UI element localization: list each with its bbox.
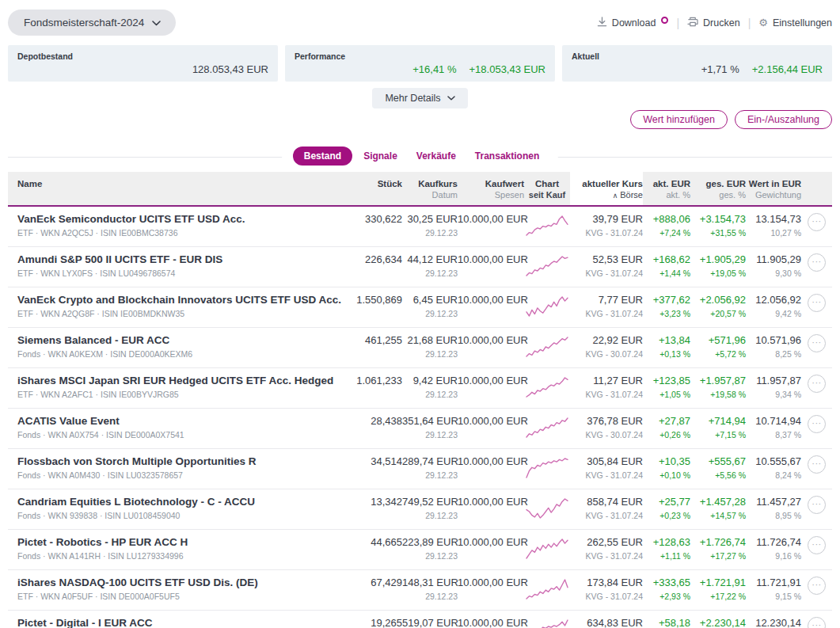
summary-cards: Depotbestand 128.053,43 EUR Performance …	[8, 45, 832, 82]
toolbar-divider: |	[676, 17, 679, 29]
sparkline-chart[interactable]	[525, 253, 569, 280]
fund-name[interactable]: Amundi S&P 500 II UCITS ETF - EUR DIS	[17, 253, 347, 265]
buy-value: 10.000,00 EUR	[458, 334, 524, 346]
download-button[interactable]: Download	[597, 17, 669, 29]
col-aktueller-kurs[interactable]: aktueller Kurs ∧Börse	[570, 172, 643, 205]
sparkline-svg	[525, 578, 569, 600]
row-menu-button[interactable]: ···	[808, 375, 826, 393]
sparkline-chart[interactable]	[525, 577, 569, 603]
menu-dots-icon: ···	[811, 539, 822, 549]
akt-pct: +0,10 %	[643, 470, 690, 480]
akt-eur: +123,85	[643, 375, 690, 386]
row-menu-button[interactable]: ···	[808, 577, 826, 595]
ges-eur: +1.457,28	[690, 496, 746, 508]
fund-name[interactable]: VanEck Semiconductor UCITS ETF USD Acc.	[17, 213, 347, 225]
fund-name[interactable]: iShares NASDAQ-100 UCITS ETF USD Dis. (D…	[17, 577, 347, 588]
akt-pct: +1,11 %	[643, 551, 690, 561]
fund-meta: Fonds · WKN 939838 · ISIN LU0108459040	[17, 511, 347, 520]
price-source: KVG - 31.07.24	[570, 592, 643, 601]
ges-pct: +19,05 %	[690, 268, 746, 278]
row-menu-button[interactable]: ···	[808, 536, 826, 554]
table-body: VanEck Semiconductor UCITS ETF USD Acc. …	[8, 207, 832, 628]
buy-price: 223,89 EUR	[402, 536, 458, 548]
tab-signale[interactable]: Signale	[355, 147, 405, 166]
sort-asc-icon[interactable]: ∧	[613, 192, 618, 200]
pieces: 34,514	[347, 455, 402, 467]
fund-meta: ETF · WKN LYX0FS · ISIN LU0496786574	[17, 268, 347, 278]
sparkline-chart[interactable]	[525, 294, 569, 320]
col-kaufkurs[interactable]: Kaufkurs Datum	[402, 172, 458, 205]
value-eur: 11.721,91	[746, 577, 801, 588]
sparkline-svg	[525, 457, 569, 479]
fund-name[interactable]: ACATIS Value Event	[17, 415, 347, 427]
ges-eur: +571,96	[690, 334, 746, 346]
table-row: Amundi S&P 500 II UCITS ETF - EUR DIS ET…	[8, 247, 832, 287]
sparkline-svg	[525, 336, 569, 358]
row-menu-button[interactable]: ···	[808, 334, 826, 352]
printer-icon	[687, 17, 698, 29]
tab-transaktionen[interactable]: Transaktionen	[467, 147, 547, 166]
portfolio-page: Fondsmeisterschaft-2024 Download | Druck…	[0, 0, 840, 628]
akt-pct: +2,93 %	[643, 592, 690, 601]
col-name[interactable]: Name	[8, 172, 347, 205]
akt-pct: +0,13 %	[643, 349, 690, 359]
row-menu-button[interactable]: ···	[808, 496, 826, 514]
row-menu-button[interactable]: ···	[808, 253, 826, 272]
ges-pct: +5,72 %	[690, 349, 746, 359]
more-details-button[interactable]: Mehr Details	[372, 88, 467, 108]
col-wert-in-eur[interactable]: Wert in EUR Gewichtung	[746, 172, 801, 205]
menu-dots-icon: ···	[811, 418, 822, 428]
buy-date: 29.12.23	[402, 551, 458, 561]
fund-name[interactable]: Siemens Balanced - EUR ACC	[17, 334, 347, 346]
sparkline-chart[interactable]	[525, 536, 569, 562]
holdings-table: Name Stück Kaufkurs Datum Kaufwert Spese…	[8, 172, 832, 628]
sparkline-chart[interactable]	[525, 617, 569, 628]
sparkline-chart[interactable]	[525, 334, 569, 360]
fund-name[interactable]: Flossbach von Storch Multiple Opportunit…	[17, 455, 347, 467]
portfolio-selector[interactable]: Fondsmeisterschaft-2024	[8, 10, 176, 36]
akt-pct: +7,24 %	[643, 228, 690, 238]
value-eur: 11.726,74	[746, 536, 801, 548]
col-chart[interactable]: Chart seit Kauf	[524, 172, 570, 205]
row-menu-button[interactable]: ···	[808, 213, 826, 231]
sparkline-chart[interactable]	[525, 455, 569, 481]
row-menu-button[interactable]: ···	[808, 455, 826, 474]
current-price: 634,83 EUR	[570, 617, 643, 628]
buy-date: 29.12.23	[402, 592, 458, 601]
fund-name[interactable]: VanEck Crypto and Blockchain Innovators …	[17, 294, 347, 306]
sparkline-chart[interactable]	[525, 213, 569, 239]
buy-value: 10.000,00 EUR	[458, 253, 524, 265]
value-eur: 11.905,29	[746, 253, 801, 265]
value-eur: 10.555,67	[746, 455, 801, 467]
deposit-withdraw-button[interactable]: Ein-/Auszahlung	[735, 110, 832, 129]
download-icon	[597, 17, 607, 29]
col-stueck[interactable]: Stück	[347, 172, 402, 205]
menu-dots-icon: ···	[811, 620, 822, 628]
row-menu-button[interactable]: ···	[808, 617, 826, 628]
row-menu-button[interactable]: ···	[808, 294, 826, 312]
sparkline-chart[interactable]	[525, 415, 569, 441]
current-price: 305,84 EUR	[570, 455, 643, 467]
print-button[interactable]: Drucken	[687, 17, 740, 29]
fund-name[interactable]: Candriam Equities L Biotechnology - C - …	[17, 496, 347, 508]
ges-pct: +20,57 %	[690, 309, 746, 318]
settings-button[interactable]: ⚙ Einstellungen	[758, 17, 832, 29]
buy-price: 44,12 EUR	[402, 253, 458, 265]
add-value-button[interactable]: Wert hinzufügen	[630, 110, 728, 129]
col-akt-eur[interactable]: akt. EUR akt. %	[643, 172, 690, 205]
fund-name[interactable]: Pictet - Digital - I EUR ACC	[17, 617, 347, 628]
col-ges-eur[interactable]: ges. EUR ges. %	[690, 172, 746, 205]
row-menu-button[interactable]: ···	[808, 415, 826, 433]
download-badge-icon	[661, 17, 668, 24]
buy-date: 29.12.23	[402, 309, 458, 318]
sparkline-chart[interactable]	[525, 375, 569, 401]
tab-verkaeufe[interactable]: Verkäufe	[409, 147, 464, 166]
fund-name[interactable]: iShares MSCI Japan SRI EUR Hedged UCITS …	[17, 375, 347, 386]
col-kaufwert[interactable]: Kaufwert Spesen	[458, 172, 524, 205]
fund-name[interactable]: Pictet - Robotics - HP EUR ACC H	[17, 536, 347, 548]
tab-bestand[interactable]: Bestand	[293, 147, 352, 166]
akt-eur: +27,87	[643, 415, 690, 427]
col-row-menu	[801, 172, 832, 205]
sparkline-chart[interactable]	[525, 496, 569, 522]
buy-price: 289,74 EUR	[402, 455, 458, 467]
